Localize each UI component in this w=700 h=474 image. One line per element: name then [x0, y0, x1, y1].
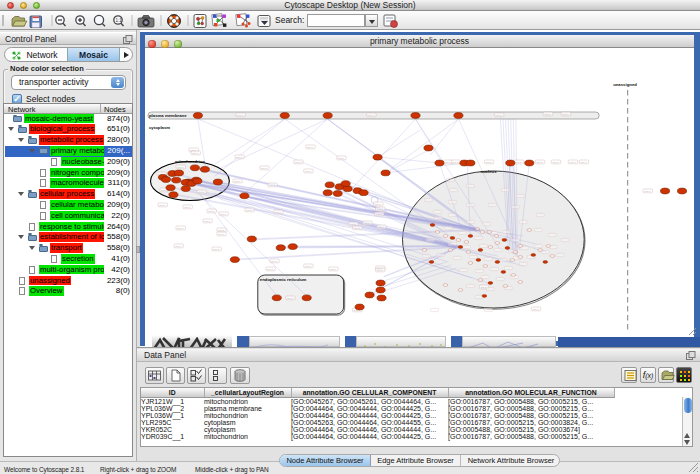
svg-text:nucleus: nucleus — [480, 169, 497, 174]
svg-text:(xxx x): (xxx x) — [220, 213, 227, 215]
svg-text:(xxx x): (xxx x) — [495, 114, 502, 116]
svg-text:(xxx x): (xxx x) — [368, 114, 375, 116]
svg-text:(xxx x): (xxx x) — [552, 161, 559, 163]
svg-text:(xxx x): (xxx x) — [376, 213, 383, 215]
svg-text:(xxx x): (xxx x) — [275, 211, 282, 213]
svg-text:(xxx x): (xxx x) — [175, 245, 182, 247]
svg-text:(xxx x): (xxx x) — [213, 248, 220, 250]
svg-text:(xxx x): (xxx x) — [515, 161, 522, 163]
svg-text:(xxx x): (xxx x) — [261, 167, 268, 169]
svg-text:(xxx x): (xxx x) — [198, 191, 205, 193]
svg-text:(xxx x): (xxx x) — [644, 190, 651, 192]
svg-text:(xxx x): (xxx x) — [237, 114, 244, 116]
svg-text:(xxx x): (xxx x) — [580, 161, 587, 163]
svg-text:1:1: 1:1 — [116, 18, 123, 23]
svg-text:(xxx x): (xxx x) — [350, 223, 357, 225]
svg-text:(xxx x): (xxx x) — [184, 206, 191, 208]
svg-text:(xxx x): (xxx x) — [544, 113, 551, 115]
svg-text:(xxx x): (xxx x) — [218, 229, 225, 231]
svg-text:(xxx x): (xxx x) — [208, 210, 215, 212]
svg-text:(xxx x): (xxx x) — [204, 220, 211, 222]
svg-text:cytoplasm: cytoplasm — [149, 125, 170, 130]
svg-text:(xxx x): (xxx x) — [532, 308, 539, 310]
svg-text:(xxx x): (xxx x) — [307, 146, 314, 148]
svg-text:(xxx x): (xxx x) — [354, 227, 361, 229]
svg-text:(xxx x): (xxx x) — [177, 227, 184, 229]
svg-text:(xxx x): (xxx x) — [190, 149, 197, 151]
svg-text:(xxx x): (xxx x) — [330, 268, 337, 270]
svg-text:(xxx x): (xxx x) — [295, 161, 302, 163]
svg-text:(xxx x): (xxx x) — [364, 222, 371, 224]
svg-text:(xxx x): (xxx x) — [267, 268, 274, 270]
svg-text:unassigned: unassigned — [613, 82, 637, 87]
svg-text:(xxx x): (xxx x) — [480, 286, 487, 288]
svg-text:(xxx x): (xxx x) — [192, 152, 199, 154]
svg-text:(xxx x): (xxx x) — [485, 161, 492, 163]
svg-text:(xxx x): (xxx x) — [287, 297, 294, 299]
svg-text:endoplasmic reticulum: endoplasmic reticulum — [260, 277, 307, 282]
svg-text:(xxx x): (xxx x) — [159, 204, 166, 206]
svg-text:(xxx x): (xxx x) — [218, 233, 225, 235]
svg-text:(xxx x): (xxx x) — [377, 269, 384, 271]
svg-text:(xxx x): (xxx x) — [569, 161, 576, 163]
svg-text:(xxx x): (xxx x) — [444, 161, 451, 163]
svg-text:(xxx x): (xxx x) — [338, 157, 345, 159]
svg-text:(xxx x): (xxx x) — [305, 265, 312, 267]
svg-text:(xxx x): (xxx x) — [177, 166, 184, 168]
svg-text:plasma membrane: plasma membrane — [149, 113, 187, 118]
svg-text:(xxx x): (xxx x) — [536, 161, 543, 163]
svg-text:(xxx x): (xxx x) — [375, 203, 382, 205]
svg-text:(xxx x): (xxx x) — [271, 260, 278, 262]
svg-text:(xxx x): (xxx x) — [378, 226, 385, 228]
svg-text:(xxx x): (xxx x) — [377, 208, 384, 210]
svg-text:(xxx x): (xxx x) — [234, 180, 241, 182]
svg-text:(xxx x): (xxx x) — [246, 209, 253, 211]
svg-text:(xxx x): (xxx x) — [269, 184, 276, 186]
svg-text:(xxx x): (xxx x) — [305, 170, 312, 172]
svg-text:(xxx x): (xxx x) — [236, 156, 243, 158]
svg-text:(xxx x): (xxx x) — [452, 161, 459, 163]
svg-text:(xxx x): (xxx x) — [562, 113, 569, 115]
svg-text:mitochondrion: mitochondrion — [175, 159, 205, 164]
